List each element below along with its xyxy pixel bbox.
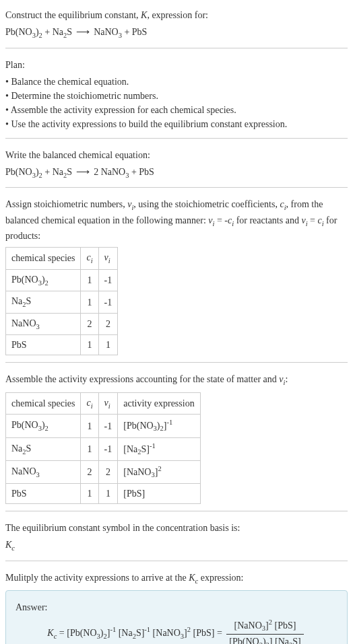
table-row: PbS 1 1 [6, 335, 118, 355]
multiply-section: Mulitply the activity expressions to arr… [5, 561, 348, 644]
plan-item: Use the activity expressions to build th… [5, 117, 348, 131]
activity-section: Assemble the activity expressions accoun… [5, 362, 348, 504]
t4: for reactants and [234, 215, 301, 225]
th-c: ci [81, 392, 98, 415]
p1: + [42, 167, 53, 177]
fraction: [NaNO3]2 [PbS][Pb(NO3)2] [Na2S] [226, 617, 303, 644]
p2: + [129, 167, 139, 177]
k: K [141, 10, 147, 20]
table-header-row: chemical species ci νi activity expressi… [6, 392, 201, 415]
c: c [11, 544, 15, 552]
plan-item: Balance the chemical equation. [5, 75, 348, 89]
cell: -1 [98, 269, 118, 291]
p2: + [122, 27, 132, 37]
t: Mulitply the activity expressions to arr… [5, 573, 189, 583]
cell: 1 [81, 484, 98, 504]
cell: 1 [81, 415, 98, 437]
plan-header: Plan: [5, 58, 348, 72]
multiply-line: Mulitply the activity expressions to arr… [5, 571, 348, 587]
balanced-header: Write the balanced chemical equation: [5, 148, 348, 162]
symbol-kc: Kc [5, 538, 348, 554]
t2: , using the stoichiometric coefficients, [133, 199, 280, 209]
s: i [108, 257, 110, 264]
arrow-icon: ⟶ [72, 26, 94, 37]
ss: S [67, 27, 72, 37]
cell: -1 [98, 415, 118, 437]
cell: 2 [81, 460, 98, 483]
ss: S [67, 167, 72, 177]
eq2: = [214, 628, 224, 638]
t: NaNO [94, 27, 119, 37]
k: K [189, 573, 195, 583]
cell: [PbS] [118, 484, 200, 504]
pbs: PbS [132, 27, 148, 37]
t: Assemble the activity expressions accoun… [5, 374, 279, 384]
cell: 1 [98, 335, 118, 355]
pbs: PbS [139, 167, 154, 177]
stoich-table: chemical species ci νi Pb(NO3)2 1 -1 Na2… [5, 247, 118, 355]
table-row: NaNO3 2 2 [NaNO3]2 [6, 460, 201, 483]
cell: Pb(NO3)2 [6, 269, 81, 291]
cell: Na2S [6, 291, 81, 314]
stoich-section: Assign stoichiometric numbers, νi, using… [5, 187, 348, 355]
cell: [NaNO3]2 [118, 460, 200, 483]
k: K [5, 540, 11, 550]
symbol-line1: The equilibrium constant symbol in the c… [5, 521, 348, 535]
table-row: Na2S 1 -1 [6, 291, 118, 314]
s: i [108, 402, 110, 410]
t: Pb(NO [5, 27, 32, 37]
t2: : [285, 374, 288, 384]
cell: -1 [98, 437, 118, 460]
cell: PbS [6, 484, 81, 504]
cell: 1 [81, 335, 98, 355]
t: Pb(NO [5, 167, 32, 177]
cell: Na2S [6, 437, 81, 460]
cell: 2 [98, 460, 118, 483]
pbno3: Pb(NO3)2 [5, 167, 42, 177]
plan-list: Balance the chemical equation. Determine… [5, 75, 348, 131]
nano3: NaNO3 [101, 167, 129, 177]
cell: [Na2S]-1 [118, 437, 200, 460]
balanced-equation: Pb(NO3)2 + Na2S⟶2 NaNO3 + PbS [5, 165, 348, 181]
plan-section: Plan: Balance the chemical equation. Det… [5, 48, 348, 131]
cell: 2 [98, 313, 118, 335]
numerator: [NaNO3]2 [PbS] [226, 617, 303, 635]
balanced-section: Write the balanced chemical equation: Pb… [5, 138, 348, 181]
t: Assign stoichiometric numbers, [5, 199, 127, 209]
activity-header: Assemble the activity expressions accoun… [5, 372, 348, 388]
t2: expression: [198, 573, 243, 583]
cell: Pb(NO3)2 [6, 415, 81, 437]
answer-equation: Kc = [Pb(NO3)2]-1 [Na2S]-1 [NaNO3]2 [PbS… [15, 617, 338, 644]
th-activity: activity expression [118, 392, 200, 415]
stoich-header: Assign stoichiometric numbers, νi, using… [5, 197, 348, 243]
t: NaNO [101, 167, 126, 177]
table-row: Na2S 1 -1 [Na2S]-1 [6, 437, 201, 460]
pbno3: Pb(NO3)2 [5, 27, 42, 37]
symbol-section: The equilibrium constant symbol in the c… [5, 511, 348, 554]
s: i [91, 402, 93, 410]
intro-section: Construct the equilibrium constant, K, e… [5, 8, 348, 41]
s: i [91, 257, 93, 264]
cell: PbS [6, 335, 81, 355]
th-species: chemical species [6, 392, 81, 415]
table-row: Pb(NO3)2 1 -1 [6, 269, 118, 291]
na2s: Na2S [53, 27, 72, 37]
cell: 1 [98, 484, 118, 504]
k: K [47, 628, 53, 638]
activity-table: chemical species ci νi activity expressi… [5, 392, 201, 504]
txt2: , expression for: [147, 10, 208, 20]
eq2: = [308, 215, 318, 225]
coef2: 2 [94, 167, 98, 177]
th-species: chemical species [6, 248, 81, 270]
table-header-row: chemical species ci νi [6, 248, 118, 270]
table-row: PbS 1 1 [PbS] [6, 484, 201, 504]
th-c: ci [81, 248, 98, 270]
na2s: Na2S [53, 167, 72, 177]
intro-line1: Construct the equilibrium constant, K, e… [5, 8, 348, 22]
eq1: = - [214, 215, 228, 225]
eq: = [57, 628, 67, 638]
cell: 1 [81, 437, 98, 460]
t: Na [53, 27, 63, 37]
t: Na [53, 167, 63, 177]
cell: -1 [98, 291, 118, 314]
